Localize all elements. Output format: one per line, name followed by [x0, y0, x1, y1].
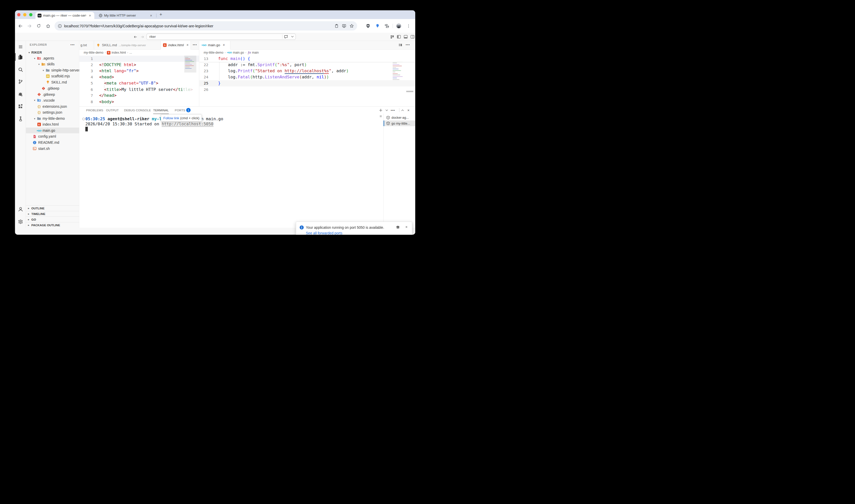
activity-source-control-icon[interactable]: [15, 77, 26, 86]
follow-link-text[interactable]: Follow link: [163, 116, 179, 120]
activity-run-debug-icon[interactable]: [15, 89, 26, 98]
minimap-right[interactable]: [392, 56, 406, 99]
browser-tab[interactable]: csmain.go — riker — code-serve×: [35, 12, 94, 19]
tab-index-html[interactable]: 5index.html×: [161, 41, 191, 50]
command-decoration-icon[interactable]: [82, 118, 85, 120]
history-back-icon[interactable]: [132, 34, 138, 40]
vscode-titlebar: riker: [15, 33, 415, 41]
bookmark-star-icon[interactable]: [350, 24, 354, 28]
maximize-panel-icon[interactable]: [400, 107, 405, 113]
minimap-left[interactable]: [184, 56, 196, 106]
extensions-puzzle-icon[interactable]: [384, 23, 389, 29]
close-icon[interactable]: ×: [223, 43, 225, 47]
tree-item-README-md[interactable]: README.md: [26, 140, 86, 145]
gear-icon[interactable]: [396, 225, 400, 229]
breadcrumb-symbol[interactable]: main: [252, 51, 259, 54]
install-app-icon[interactable]: [342, 24, 346, 28]
account-icon[interactable]: [15, 204, 26, 214]
panel-tab-terminal[interactable]: TERMINAL: [153, 106, 169, 114]
clipboard-icon[interactable]: [335, 24, 339, 28]
panel-tab-problems[interactable]: PROBLEMS: [86, 106, 103, 114]
traffic-minimize-button[interactable]: [23, 13, 26, 16]
new-terminal-icon[interactable]: [378, 107, 383, 113]
activity-explorer-icon[interactable]: [15, 52, 26, 61]
traffic-close-button[interactable]: [17, 13, 20, 16]
settings-gear-icon[interactable]: [15, 217, 26, 226]
code-editor-index-html[interactable]: 12<!DOCTYPE html>3<html lang="fr">4<head…: [79, 56, 199, 106]
toggle-panel-icon[interactable]: [403, 34, 409, 40]
tab-main-go[interactable]: ≡GOmain.go×: [199, 41, 230, 50]
close-icon[interactable]: ×: [405, 225, 408, 229]
breadcrumb-folder[interactable]: my-little-demo: [84, 51, 103, 54]
tab-g.txt[interactable]: g.txt: [79, 41, 94, 50]
tree-item-label: .vscode: [43, 98, 55, 102]
code-editor-main-go[interactable]: 13func main() {22 addr := fmt.Sprintf(":…: [199, 56, 415, 106]
forward-icon[interactable]: [26, 23, 32, 29]
activity-testing-icon[interactable]: [15, 114, 26, 123]
breadcrumb-folder[interactable]: my-little-demo: [203, 51, 223, 54]
terminal-instance[interactable]: docker-ag...: [384, 115, 415, 120]
tree-item-my-little-demo[interactable]: ▾my-little-demo: [26, 116, 86, 121]
launch-profile-chevron-icon[interactable]: [384, 107, 389, 113]
editor-tabs-right: ≡GOmain.go×•••: [199, 41, 415, 50]
command-center-search[interactable]: riker: [146, 33, 296, 40]
breadcrumb-file[interactable]: main.go: [233, 51, 244, 54]
code-server-icon: cs: [38, 14, 41, 17]
address-bar[interactable]: localhost:7070/?folder=/Users/k33g/CodeB…: [55, 21, 357, 30]
see-all-forwarded-ports-link[interactable]: See all forwarded ports: [306, 231, 342, 235]
terminal-instance[interactable]: go my-little...: [384, 121, 415, 126]
new-tab-button[interactable]: +: [160, 12, 162, 17]
tree-item--vscode[interactable]: ▾.vscode: [26, 97, 86, 103]
v-balloon-icon[interactable]: [374, 23, 380, 29]
breadcrumb-left[interactable]: my-little-demo›5index.html›...: [79, 50, 199, 55]
site-info-icon[interactable]: [58, 24, 62, 28]
toggle-sidebar-icon[interactable]: [396, 34, 402, 40]
chat-sparkle-icon[interactable]: [282, 34, 290, 39]
more-actions-icon[interactable]: •••: [406, 43, 410, 47]
back-icon[interactable]: [17, 23, 23, 29]
tree-item--agents[interactable]: ▾.agents: [26, 55, 86, 61]
tree-item-config-yaml[interactable]: config.yaml: [26, 133, 86, 139]
traffic-zoom-button[interactable]: [29, 13, 32, 16]
browser-tab[interactable]: My little HTTP server×: [96, 12, 156, 19]
scrollbar-thumb[interactable]: [406, 91, 413, 92]
avatar[interactable]: [396, 23, 402, 29]
terminal-view[interactable]: 05:30:25 agent@shell-riker my-little-dem…: [79, 114, 384, 228]
panel-tab-ports[interactable]: PORTS: [175, 106, 185, 114]
shield-m-icon[interactable]: [365, 23, 371, 29]
activity-extensions-icon[interactable]: [15, 102, 26, 111]
explorer-more-actions-icon[interactable]: •••: [70, 43, 75, 47]
close-icon[interactable]: ×: [149, 14, 153, 18]
activity-menu-icon[interactable]: [15, 42, 26, 51]
reload-icon[interactable]: [36, 23, 42, 29]
close-icon[interactable]: ×: [186, 43, 189, 47]
breadcrumb-right[interactable]: my-little-demo›≡GOmain.go›ƒxmain: [199, 50, 415, 55]
section-package-outline[interactable]: ▸PACKAGE OUTLINE: [26, 222, 79, 228]
chevron-down-icon[interactable]: [290, 35, 295, 39]
activity-search-icon[interactable]: [15, 65, 26, 74]
close-panel-icon[interactable]: ×: [406, 107, 411, 113]
tab-skill-md[interactable]: SKILL.md.../simple-http-server: [94, 41, 161, 50]
tab-overflow-icon[interactable]: •••: [193, 43, 197, 47]
breadcrumb-symbol[interactable]: ...: [129, 51, 132, 54]
code-line: 2<!DOCTYPE html>: [79, 62, 199, 68]
tree-root-riker[interactable]: ▾ RIKER: [26, 50, 79, 55]
section-outline[interactable]: ▸OUTLINE: [26, 205, 79, 211]
split-editor-icon[interactable]: [398, 43, 403, 47]
breadcrumb-file[interactable]: index.html: [112, 51, 126, 54]
terminal-link[interactable]: http://localhost:5050: [162, 122, 213, 127]
home-icon[interactable]: [45, 23, 51, 29]
history-forward-icon[interactable]: [139, 34, 145, 40]
panel-tab-output[interactable]: OUTPUT: [106, 106, 119, 114]
section-timeline[interactable]: ▸TIMELINE: [26, 211, 79, 217]
sticky-scroll-line[interactable]: 13func main() {: [199, 56, 415, 62]
customize-layout-icon[interactable]: [389, 34, 395, 40]
terminal-instances-list: docker-ag...go my-little...: [383, 114, 415, 228]
more-actions-icon[interactable]: •••: [390, 107, 396, 113]
section-go[interactable]: ▸GO: [26, 217, 79, 222]
close-icon[interactable]: ×: [88, 14, 92, 18]
panel-tab-debug-console[interactable]: DEBUG CONSOLE: [124, 106, 151, 114]
toggle-secondary-sidebar-icon[interactable]: [410, 34, 415, 40]
kebab-menu-icon[interactable]: [406, 23, 411, 29]
tree-item-start-sh[interactable]: start.sh: [26, 146, 86, 151]
